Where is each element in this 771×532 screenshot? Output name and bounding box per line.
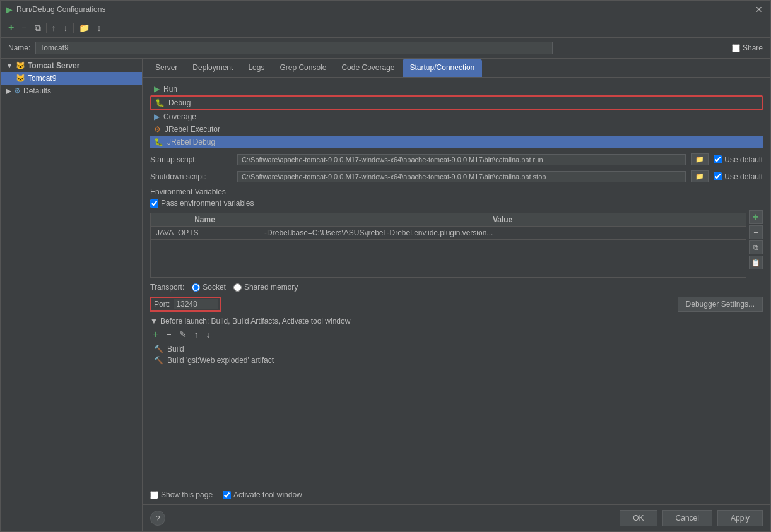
tomcat-icon: 🐱 — [16, 61, 25, 70]
env-actions: + − ⧉ 📋 — [749, 210, 763, 278]
transport-shared-memory-option[interactable]: Shared memory — [233, 283, 298, 292]
name-input[interactable] — [35, 42, 553, 54]
startup-use-default-checkbox[interactable] — [714, 155, 722, 163]
launch-add-button[interactable]: + — [150, 328, 161, 341]
env-paste-button[interactable]: 📋 — [749, 256, 763, 269]
launch-move-up-button[interactable]: ↑ — [192, 329, 201, 340]
jrebel-debug-icon: 🐛 — [154, 138, 163, 146]
table-row[interactable]: JAVA_OPTS -Drebel.base=C:\Users\ASUS\jre… — [151, 227, 746, 240]
startup-script-input[interactable] — [237, 154, 686, 165]
copy-config-button[interactable]: ⧉ — [32, 21, 44, 35]
shutdown-script-label: Shutdown script: — [150, 172, 232, 181]
help-button[interactable]: ? — [150, 511, 165, 526]
startup-use-default: Use default — [714, 155, 763, 164]
add-config-button[interactable]: + — [6, 21, 16, 35]
top-toolbar: + − ⧉ ↑ ↓ 📁 ↕ — [1, 18, 770, 38]
shutdown-script-row: Shutdown script: 📁 Use default — [150, 170, 763, 182]
mode-run[interactable]: ▶ Run — [150, 83, 763, 95]
show-this-page-checkbox[interactable] — [150, 491, 158, 499]
ok-button[interactable]: OK — [620, 510, 657, 526]
defaults-icon: ⚙ — [14, 86, 21, 95]
shutdown-script-input[interactable] — [237, 171, 686, 182]
share-area: Share — [732, 44, 763, 52]
table-row-empty — [151, 240, 746, 278]
launch-item-artifact: 🔨 Build 'gsl:Web exploded' artifact — [150, 355, 763, 366]
before-launch-header[interactable]: ▼ Before launch: Build, Build Artifacts,… — [150, 317, 763, 326]
main-content: ▼ 🐱 Tomcat Server 🐱 Tomcat9 ▶ ⚙ Defaults… — [1, 59, 770, 531]
activate-tool-window-label: Activate tool window — [233, 490, 302, 499]
move-down-button[interactable]: ↓ — [61, 21, 71, 34]
transport-socket-label: Socket — [203, 283, 226, 292]
move-up-button[interactable]: ↑ — [49, 21, 59, 34]
transport-shared-memory-label: Shared memory — [244, 283, 298, 292]
startup-browse-button[interactable]: 📁 — [691, 153, 709, 165]
sidebar-tomcat-server-group[interactable]: ▼ 🐱 Tomcat Server — [1, 59, 142, 72]
remove-config-button[interactable]: − — [19, 21, 29, 34]
env-add-button[interactable]: + — [749, 210, 763, 224]
cancel-button[interactable]: Cancel — [662, 510, 712, 526]
transport-row: Transport: Socket Shared memory — [150, 283, 763, 292]
tomcat-server-label: Tomcat Server — [28, 61, 79, 70]
jrebel-debug-label: JRebel Debug — [167, 138, 215, 146]
mode-debug[interactable]: 🐛 Debug — [150, 95, 763, 110]
port-label: Port: — [154, 300, 170, 309]
env-remove-button[interactable]: − — [749, 225, 763, 239]
before-launch-collapse-icon: ▼ — [150, 317, 158, 326]
transport-socket-radio[interactable] — [192, 283, 200, 292]
debugger-settings-button[interactable]: Debugger Settings... — [678, 297, 763, 312]
bottom-options: Show this page Activate tool window — [143, 485, 770, 504]
env-table-wrapper: Name Value JAVA_OPTS -Drebel.base=C:\Use… — [150, 210, 763, 278]
startup-use-default-label: Use default — [724, 155, 763, 164]
window-title: Run/Debug Configurations — [16, 5, 105, 14]
shutdown-browse-button[interactable]: 📁 — [691, 170, 709, 182]
before-launch-label: Before launch: Build, Build Artifacts, A… — [160, 317, 351, 326]
transport-shared-memory-radio[interactable] — [233, 283, 242, 292]
startup-script-label: Startup script: — [150, 155, 232, 164]
run-debug-configurations-window: ▶ Run/Debug Configurations ✕ + − ⧉ ↑ ↓ 📁… — [0, 0, 771, 532]
activate-tool-window-checkbox[interactable] — [223, 491, 231, 499]
shutdown-use-default-checkbox[interactable] — [714, 172, 722, 180]
mode-jrebel-executor[interactable]: ⚙ JRebel Executor — [150, 123, 763, 136]
share-checkbox[interactable] — [732, 44, 740, 52]
shutdown-use-default: Use default — [714, 172, 763, 181]
launch-move-down-button[interactable]: ↓ — [204, 329, 213, 340]
transport-socket-option[interactable]: Socket — [192, 283, 226, 292]
mode-jrebel-debug[interactable]: 🐛 JRebel Debug — [150, 136, 763, 148]
tab-startup-connection[interactable]: Startup/Connection — [403, 59, 483, 77]
env-table-container: Name Value JAVA_OPTS -Drebel.base=C:\Use… — [150, 210, 746, 278]
launch-remove-button[interactable]: − — [163, 329, 174, 340]
env-copy-button[interactable]: ⧉ — [749, 240, 763, 254]
tab-code-coverage[interactable]: Code Coverage — [334, 59, 402, 77]
coverage-label: Coverage — [163, 112, 196, 121]
port-input[interactable] — [174, 299, 218, 309]
apply-button[interactable]: Apply — [717, 510, 763, 526]
tab-deployment[interactable]: Deployment — [185, 59, 240, 77]
tab-logs[interactable]: Logs — [240, 59, 272, 77]
build-label: Build — [167, 345, 184, 353]
pass-env-vars-row: Pass environment variables — [150, 199, 763, 208]
launch-edit-button[interactable]: ✎ — [177, 329, 189, 340]
activate-tool-window-row: Activate tool window — [223, 490, 302, 499]
close-button[interactable]: ✕ — [753, 4, 765, 15]
window-icon: ▶ — [6, 4, 13, 15]
env-col-value: Value — [259, 213, 746, 227]
expand-icon: ▼ — [6, 61, 13, 70]
tomcat9-label: Tomcat9 — [28, 74, 56, 83]
right-panel: Server Deployment Logs Grep Console Code… — [143, 59, 770, 531]
env-variables-section: Environment Variables Pass environment v… — [150, 187, 763, 278]
folder-button[interactable]: 📁 — [76, 21, 92, 34]
share-label: Share — [743, 44, 763, 52]
coverage-icon: ▶ — [154, 112, 160, 121]
tab-server[interactable]: Server — [148, 59, 185, 77]
expand-defaults-icon: ▶ — [6, 86, 11, 95]
sort-button[interactable]: ↕ — [95, 21, 104, 34]
sidebar-tomcat9-item[interactable]: 🐱 Tomcat9 — [1, 72, 142, 85]
sidebar-defaults-item[interactable]: ▶ ⚙ Defaults — [1, 85, 142, 97]
name-label: Name: — [8, 44, 30, 52]
build-icon: 🔨 — [154, 345, 163, 353]
footer: ? OK Cancel Apply — [143, 504, 770, 531]
pass-env-vars-checkbox[interactable] — [150, 199, 158, 208]
mode-coverage[interactable]: ▶ Coverage — [150, 110, 763, 123]
shutdown-use-default-label: Use default — [724, 172, 763, 181]
tab-grep-console[interactable]: Grep Console — [272, 59, 334, 77]
